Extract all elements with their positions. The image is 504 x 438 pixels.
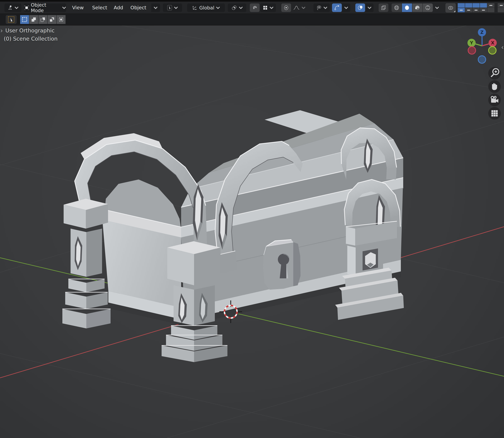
- show-gizmo-button[interactable]: [314, 3, 330, 12]
- svg-text:Y: Y: [470, 40, 473, 45]
- select-mode-extend[interactable]: [29, 15, 38, 24]
- overlays-dropdown[interactable]: [365, 3, 374, 12]
- menu-add[interactable]: Add: [114, 1, 123, 13]
- collection-label: (0) Scene Collection: [4, 36, 58, 42]
- menu-view[interactable]: View: [72, 1, 84, 13]
- select-mode-subtract[interactable]: [38, 15, 47, 24]
- svg-text:Z: Z: [480, 30, 483, 35]
- snap-toggle[interactable]: [250, 3, 259, 12]
- zoom-button[interactable]: [488, 67, 501, 79]
- lock-plate: [263, 240, 301, 290]
- menu-object[interactable]: Object: [130, 1, 146, 13]
- svg-text:X: X: [491, 40, 494, 45]
- viewport-nav-buttons: [488, 67, 501, 120]
- menu-select[interactable]: Select: [92, 1, 107, 13]
- select-mode-set[interactable]: [20, 15, 29, 24]
- orientation-selector[interactable]: Global: [187, 3, 225, 12]
- select-mode-intersect[interactable]: [57, 15, 66, 24]
- orientation-axes-icon: [192, 5, 198, 11]
- clipped-dropdown[interactable]: [151, 3, 160, 12]
- camera-view-button[interactable]: [488, 94, 501, 106]
- mode-label: Object Mode: [31, 2, 60, 13]
- viewport-3d[interactable]: Z Y X: [0, 25, 504, 438]
- gizmo-arc-icon: [334, 5, 340, 11]
- shading-rendered-button[interactable]: [423, 3, 433, 12]
- gizmo-toggle[interactable]: [332, 3, 342, 12]
- view-label: User Orthographic: [5, 27, 55, 34]
- toggle-cell[interactable]: [472, 3, 480, 8]
- xray-toggle[interactable]: [379, 3, 388, 12]
- left-region-chevron[interactable]: ›: [0, 27, 3, 34]
- select-intersect-icon: [58, 17, 64, 22]
- header-toggle-grid-1[interactable]: [458, 3, 494, 12]
- overlays-toggle[interactable]: [355, 3, 365, 12]
- shading-dropdown[interactable]: [433, 3, 441, 12]
- box-select-icon: [8, 16, 15, 23]
- gizmo-y-neg-ball[interactable]: [489, 47, 496, 54]
- shading-rendered-icon: [425, 5, 431, 11]
- falloff-curve-icon: [293, 5, 300, 11]
- snap-target-button[interactable]: [260, 3, 276, 12]
- pan-hand-button[interactable]: [488, 80, 501, 93]
- proportional-editing-toggle[interactable]: [281, 3, 291, 12]
- grid-ortho-button[interactable]: [488, 107, 501, 120]
- snap-magnet-icon: [252, 5, 258, 11]
- viewport-header: Object Mode View Select Add Object: [0, 1, 504, 14]
- select-mode-invert[interactable]: [48, 15, 56, 24]
- gizmo-dropdown[interactable]: [342, 3, 350, 12]
- toggle-cell[interactable]: [487, 3, 494, 8]
- tool-settings-bar: Options: [0, 14, 504, 25]
- orientation-label: Global: [199, 5, 214, 11]
- toggle-cell[interactable]: [480, 8, 487, 12]
- blender-window: Object Mode View Select Add Object: [0, 0, 504, 438]
- snap-target-icon: [263, 5, 268, 11]
- xray-icon: [381, 5, 386, 11]
- toggle-cell[interactable]: [465, 8, 472, 12]
- shading-material-button[interactable]: [412, 3, 422, 12]
- object-mode-icon: [24, 5, 29, 11]
- editor-type-icon: [7, 5, 13, 11]
- tool-cursor-icon: [167, 5, 172, 11]
- treasure-chest-model[interactable]: [62, 110, 404, 362]
- shading-wireframe-icon: [394, 5, 400, 11]
- select-subtract-icon: [40, 17, 46, 22]
- toggle-cell[interactable]: [472, 8, 480, 12]
- nav-gizmo[interactable]: Z Y X: [468, 28, 497, 63]
- scene-canvas: Z Y X: [0, 25, 504, 438]
- visibility-eye-button[interactable]: [445, 3, 456, 13]
- active-tool-box-select[interactable]: [6, 15, 17, 24]
- overlays-icon: [357, 5, 363, 11]
- shading-wireframe-button[interactable]: [392, 3, 402, 12]
- window-top-edge: [0, 0, 504, 1]
- shading-solid-icon: [404, 5, 410, 11]
- select-mode-group: [20, 15, 66, 24]
- gizmo-z-neg-ball[interactable]: [478, 56, 486, 63]
- sidebar-chevron[interactable]: ‹: [501, 44, 504, 50]
- select-invert-icon: [49, 17, 55, 22]
- header-toggle-grid-2[interactable]: [498, 3, 504, 12]
- toggle-cell[interactable]: [498, 3, 504, 8]
- toggle-cell[interactable]: [487, 8, 494, 12]
- toggle-cell[interactable]: [480, 3, 487, 8]
- select-set-icon: [22, 17, 28, 22]
- tool-fallback-button[interactable]: [163, 3, 182, 12]
- mode-selector[interactable]: Object Mode: [24, 3, 66, 12]
- show-gizmo-eye-icon: [316, 5, 322, 11]
- toggle-cell[interactable]: [498, 8, 504, 12]
- shading-solid-button[interactable]: [402, 3, 412, 12]
- toggle-cell[interactable]: [458, 3, 465, 8]
- select-extend-icon: [31, 17, 37, 22]
- toggle-cell[interactable]: [465, 3, 472, 8]
- falloff-button[interactable]: [292, 3, 307, 12]
- editor-type-button[interactable]: [4, 3, 22, 12]
- toggle-cell[interactable]: [458, 8, 465, 12]
- corner-grip-icon: [454, 11, 455, 12]
- gizmo-x-neg-ball[interactable]: [468, 47, 476, 54]
- visibility-eye-icon: [448, 5, 454, 11]
- pivot-point-icon: [231, 5, 237, 11]
- shading-material-icon: [414, 5, 420, 11]
- proportional-editing-icon: [283, 5, 289, 11]
- pivot-point-button[interactable]: [228, 3, 246, 12]
